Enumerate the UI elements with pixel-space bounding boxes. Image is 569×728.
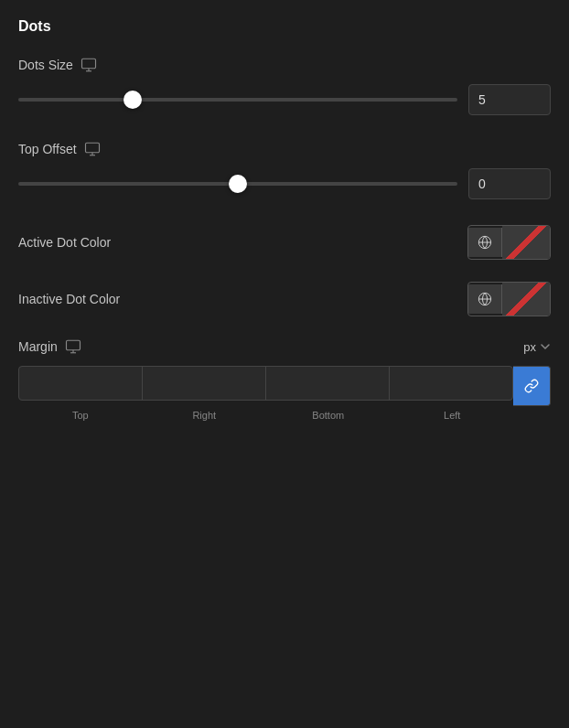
link-icon [524, 379, 539, 393]
margin-bottom-label: Bottom [266, 406, 391, 421]
margin-unit-label: px [523, 340, 536, 354]
margin-left-label: Left [391, 406, 515, 421]
margin-right-label: Right [143, 406, 267, 421]
top-offset-group: Top Offset [18, 141, 551, 199]
svg-rect-10 [66, 340, 80, 350]
inactive-dot-color-row: Inactive Dot Color [18, 282, 551, 316]
active-dot-color-row: Active Dot Color [18, 225, 551, 260]
margin-inputs-row [18, 366, 513, 401]
top-offset-label: Top Offset [18, 142, 77, 156]
top-offset-monitor-icon[interactable] [84, 141, 101, 157]
inactive-dot-color-label: Inactive Dot Color [18, 292, 120, 306]
margin-top-input[interactable] [19, 367, 143, 400]
active-dot-color-control[interactable] [467, 225, 551, 260]
margin-bottom-input[interactable] [266, 367, 390, 400]
chevron-down-icon [540, 341, 551, 352]
margin-column-labels: Top Right Bottom Left [18, 406, 514, 421]
margin-link-button[interactable] [513, 366, 551, 406]
svg-rect-0 [81, 59, 95, 69]
dots-size-slider[interactable] [18, 98, 457, 102]
top-offset-slider-container [18, 175, 457, 193]
top-offset-input[interactable] [468, 168, 551, 199]
dots-size-input[interactable] [468, 84, 551, 115]
section-title: Dots [18, 18, 551, 35]
margin-top-label: Top [18, 406, 143, 421]
margin-right-input[interactable] [143, 367, 266, 400]
dots-size-slider-container [18, 91, 457, 109]
margin-unit-dropdown[interactable]: px [523, 340, 551, 354]
dots-size-label: Dots Size [18, 58, 73, 72]
svg-rect-3 [85, 143, 99, 153]
margin-monitor-icon[interactable] [65, 338, 81, 355]
active-dot-color-swatch[interactable] [502, 226, 550, 259]
margin-left-input[interactable] [390, 367, 512, 400]
dots-size-group: Dots Size [18, 57, 551, 115]
dots-size-slider-row [18, 84, 551, 115]
active-dot-color-label: Active Dot Color [18, 235, 111, 250]
top-offset-slider[interactable] [18, 182, 457, 186]
inactive-dot-color-swatch[interactable] [502, 283, 550, 316]
top-offset-slider-row [18, 168, 551, 199]
margin-label: Margin [18, 339, 58, 354]
margin-inputs-container [18, 366, 551, 406]
margin-section: Margin px [18, 338, 551, 421]
active-dot-color-globe-button[interactable] [468, 228, 502, 257]
dots-size-monitor-icon[interactable] [81, 57, 97, 73]
inactive-dot-color-control[interactable] [467, 282, 551, 316]
inactive-dot-color-globe-button[interactable] [468, 284, 502, 314]
